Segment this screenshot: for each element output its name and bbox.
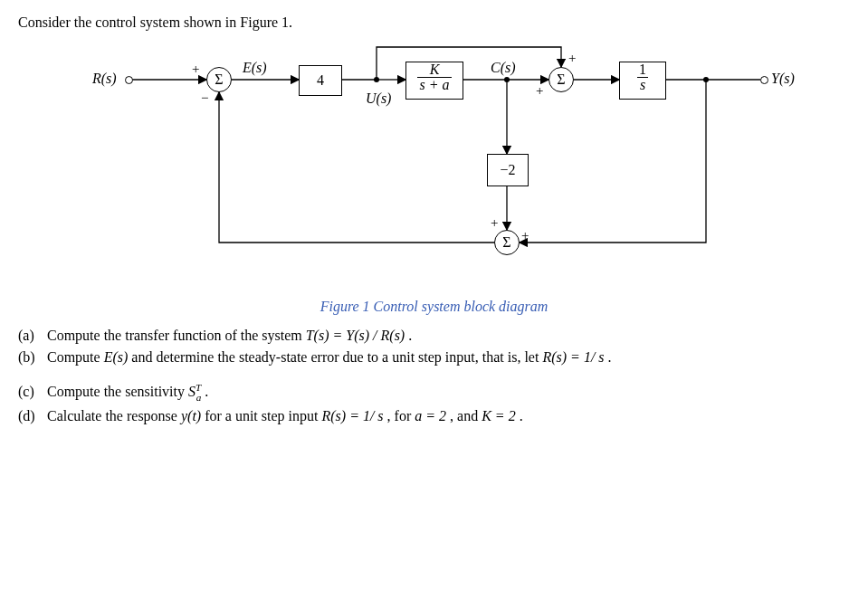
- expr-E: E(s): [104, 349, 129, 365]
- plant-num: K: [417, 62, 451, 78]
- feedback-gain-block: −2: [487, 154, 529, 186]
- sensitivity-symbol: STa: [188, 382, 201, 403]
- expr-a: a = 2: [415, 408, 446, 423]
- sign-s1-minus: −: [201, 90, 208, 106]
- intro-text: Consider the control system shown in Fig…: [18, 14, 850, 31]
- plant-den: s + a: [417, 78, 451, 92]
- question-d: (d) Calculate the response y(t) for a un…: [18, 408, 850, 424]
- questions: (a) Compute the transfer function of the…: [18, 328, 850, 424]
- label-u: U(s): [366, 90, 391, 107]
- sign-s3-right-plus: +: [521, 228, 529, 243]
- sign-s2-left-plus: +: [536, 83, 543, 99]
- node-c: [504, 77, 510, 82]
- expr-yt: y(t): [181, 408, 201, 423]
- expr-K: K = 2: [482, 408, 515, 423]
- r-port: [125, 76, 133, 84]
- node-after-gain: [374, 77, 379, 82]
- block-diagram: Σ Σ Σ 4 K s + a 1 s −2 R(s) E(s) U(s) C(…: [109, 38, 796, 291]
- label-r: R(s): [92, 71, 117, 87]
- question-c: (c) Compute the sensitivity STa .: [18, 382, 850, 403]
- integrator-den: s: [637, 78, 648, 92]
- question-a: (a) Compute the transfer function of the…: [18, 328, 850, 344]
- label-c: C(s): [491, 60, 516, 76]
- summing-junction-1: Σ: [206, 67, 232, 92]
- expr-T: T(s) = Y(s) / R(s): [306, 328, 405, 343]
- figure-caption: Figure 1 Control system block diagram: [18, 299, 850, 315]
- expr-Rs-b: R(s) = 1/ s: [542, 349, 604, 365]
- label-e: E(s): [243, 60, 267, 76]
- integrator-num: 1: [637, 62, 648, 78]
- sign-s1-plus: +: [192, 62, 199, 77]
- gain-block-4: 4: [299, 65, 342, 96]
- y-port: [760, 76, 768, 84]
- question-b: (b) Compute E(s) and determine the stead…: [18, 349, 850, 366]
- summing-junction-2: Σ: [548, 67, 574, 92]
- integrator-block: 1 s: [619, 62, 666, 100]
- sign-s3-top-plus: +: [491, 215, 498, 231]
- sign-s2-top-plus: +: [568, 51, 576, 66]
- expr-Rs-d: R(s) = 1/ s: [321, 408, 383, 423]
- plant-block: K s + a: [405, 62, 463, 100]
- label-y: Y(s): [771, 71, 795, 87]
- node-y: [703, 77, 709, 82]
- summing-junction-3: Σ: [494, 230, 520, 255]
